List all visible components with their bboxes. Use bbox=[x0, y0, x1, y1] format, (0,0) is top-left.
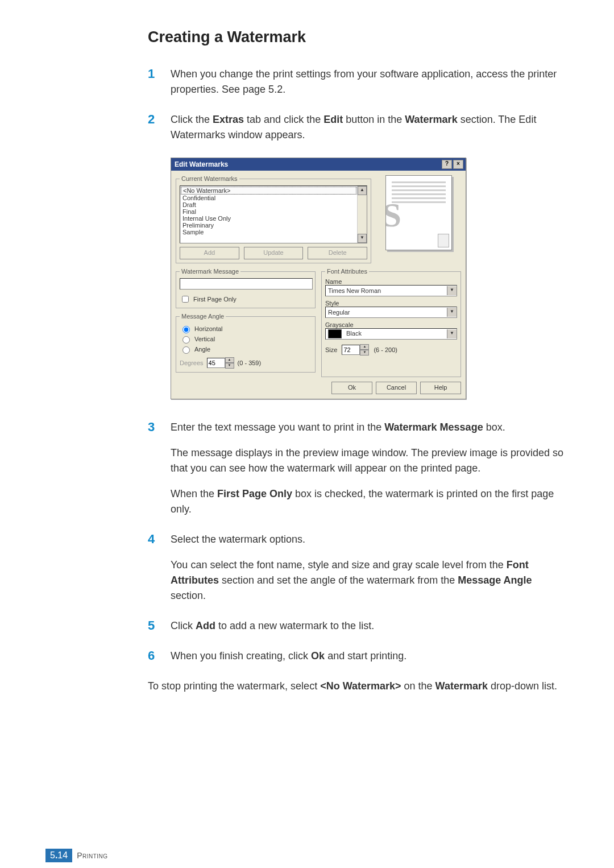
text-bold: Watermark Message bbox=[384, 421, 483, 433]
size-input[interactable] bbox=[342, 345, 360, 355]
group-legend: Font Attributes bbox=[325, 268, 369, 275]
close-icon[interactable]: × bbox=[453, 160, 463, 169]
step-number: 2 bbox=[148, 112, 171, 127]
current-watermarks-group: Current Watermarks <No Watermark> Confid… bbox=[176, 175, 371, 263]
scroll-down-icon[interactable]: ▼ bbox=[358, 234, 367, 243]
page-footer: 5.14 Printing bbox=[45, 849, 108, 862]
list-item[interactable]: Confidential bbox=[181, 195, 356, 201]
chapter-number: 5 bbox=[50, 850, 55, 860]
name-label: Name bbox=[325, 278, 457, 285]
text: section and set the angle of the waterma… bbox=[219, 574, 458, 586]
step-5-text: Click Add to add a new watermark to the … bbox=[171, 618, 569, 634]
delete-button[interactable]: Delete bbox=[308, 247, 367, 259]
step-4: 4 Select the watermark options. You can … bbox=[148, 532, 569, 604]
text-bold: Message Angle bbox=[458, 574, 532, 586]
scroll-up-icon[interactable]: ▲ bbox=[358, 186, 367, 195]
grayscale-select[interactable]: Black ▼ bbox=[325, 328, 457, 340]
text-bold: Add bbox=[196, 620, 215, 631]
size-label: Size bbox=[325, 346, 337, 353]
step-3-p1: Enter the text message you want to print… bbox=[171, 420, 569, 435]
radio-horizontal[interactable]: Horizontal bbox=[180, 324, 312, 333]
text-bold: Watermark bbox=[405, 114, 457, 125]
step-number: 4 bbox=[148, 532, 171, 547]
step-3-p3: When the First Page Only box is checked,… bbox=[171, 486, 569, 517]
style-label: Style bbox=[325, 300, 457, 307]
text-bold: First Page Only bbox=[217, 488, 292, 499]
text: section. bbox=[171, 590, 206, 601]
watermark-message-group: Watermark Message First Page Only bbox=[176, 268, 316, 308]
edit-watermarks-dialog-figure: Edit Watermarks ? × Current Watermarks <… bbox=[171, 158, 466, 399]
size-spinner[interactable]: ▲▼ bbox=[342, 344, 369, 356]
text: Click the bbox=[171, 114, 213, 125]
font-style-select[interactable]: Regular ▼ bbox=[325, 307, 457, 318]
step-2: 2 Click the Extras tab and click the Edi… bbox=[148, 112, 569, 143]
step-1: 1 When you change the print settings fro… bbox=[148, 67, 569, 97]
paper-icon bbox=[438, 234, 449, 247]
help-icon[interactable]: ? bbox=[442, 160, 452, 169]
text: to add a new watermark to the list. bbox=[215, 620, 374, 631]
step-4-p2: You can select the font name, style and … bbox=[171, 557, 569, 604]
checkbox[interactable] bbox=[182, 296, 189, 303]
radio-label: Vertical bbox=[194, 336, 215, 342]
watermark-listbox[interactable]: <No Watermark> Confidential Draft Final … bbox=[180, 185, 367, 243]
degrees-input[interactable] bbox=[207, 358, 225, 368]
text-bold: Extras bbox=[213, 114, 244, 125]
chevron-down-icon[interactable]: ▼ bbox=[447, 308, 457, 317]
preview-page: S bbox=[385, 175, 452, 250]
list-item[interactable]: Internal Use Only bbox=[181, 215, 356, 222]
group-legend: Watermark Message bbox=[180, 268, 240, 275]
list-item[interactable]: Sample bbox=[181, 229, 356, 235]
spin-up-icon[interactable]: ▲ bbox=[360, 344, 369, 350]
step-number: 3 bbox=[148, 420, 171, 435]
spin-up-icon[interactable]: ▲ bbox=[225, 357, 234, 363]
spin-down-icon[interactable]: ▼ bbox=[225, 363, 234, 369]
help-button[interactable]: Help bbox=[420, 382, 461, 394]
radio[interactable] bbox=[182, 336, 190, 344]
text: on the bbox=[401, 680, 435, 692]
list-item[interactable]: <No Watermark> bbox=[181, 187, 356, 195]
degrees-spinner[interactable]: ▲▼ bbox=[207, 357, 234, 369]
step-number: 1 bbox=[148, 67, 171, 81]
page-number-badge: 5.14 bbox=[45, 849, 72, 862]
radio-vertical[interactable]: Vertical bbox=[180, 334, 312, 344]
text: Click bbox=[171, 620, 196, 631]
color-swatch bbox=[328, 329, 342, 338]
select-value: Regular bbox=[326, 309, 447, 316]
select-text: Black bbox=[344, 330, 364, 337]
chevron-down-icon[interactable]: ▼ bbox=[447, 329, 457, 338]
text: To stop printing the watermark, select bbox=[148, 680, 320, 692]
step-number: 6 bbox=[148, 648, 171, 663]
list-item[interactable]: Draft bbox=[181, 201, 356, 208]
text: Enter the text message you want to print… bbox=[171, 421, 384, 433]
update-button[interactable]: Update bbox=[244, 247, 304, 259]
size-range: (6 - 200) bbox=[374, 346, 397, 353]
text: tab and click the bbox=[244, 114, 323, 125]
radio-angle[interactable]: Angle bbox=[180, 345, 312, 354]
list-item[interactable]: Preliminary bbox=[181, 222, 356, 229]
font-name-select[interactable]: Times New Roman ▼ bbox=[325, 285, 457, 296]
text-bold: Watermark bbox=[435, 680, 488, 692]
text-bold: Edit bbox=[323, 114, 343, 125]
ok-button[interactable]: Ok bbox=[331, 382, 372, 394]
group-legend: Current Watermarks bbox=[180, 175, 239, 182]
preview-watermark: S bbox=[385, 196, 401, 235]
text: When the bbox=[171, 488, 217, 499]
spin-down-icon[interactable]: ▼ bbox=[360, 350, 369, 356]
scrollbar[interactable]: ▲ ▼ bbox=[357, 186, 367, 243]
step-2-text: Click the Extras tab and click the Edit … bbox=[171, 112, 569, 143]
step-5: 5 Click Add to add a new watermark to th… bbox=[148, 618, 569, 634]
watermark-message-input[interactable] bbox=[180, 278, 313, 290]
chevron-down-icon[interactable]: ▼ bbox=[447, 286, 457, 295]
grayscale-label: Grayscale bbox=[325, 321, 457, 328]
first-page-only-checkbox[interactable]: First Page Only bbox=[180, 294, 312, 304]
radio[interactable] bbox=[182, 326, 190, 333]
radio[interactable] bbox=[182, 346, 190, 354]
text-bold: Ok bbox=[311, 650, 325, 662]
degrees-range: (0 - 359) bbox=[238, 359, 262, 366]
add-button[interactable]: Add bbox=[180, 247, 239, 259]
chapter-name: Printing bbox=[77, 851, 107, 860]
cancel-button[interactable]: Cancel bbox=[376, 382, 417, 394]
preview-pane: S bbox=[376, 175, 461, 268]
text: and start printing. bbox=[325, 650, 406, 662]
list-item[interactable]: Final bbox=[181, 208, 356, 215]
